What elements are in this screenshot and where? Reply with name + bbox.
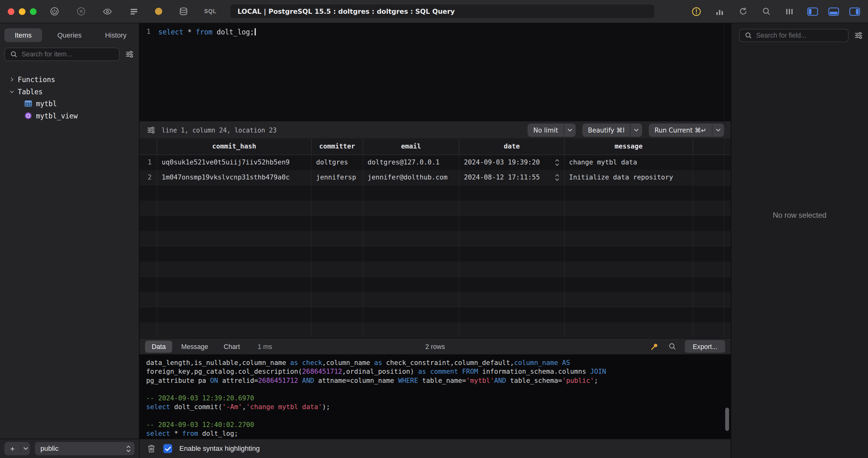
grid-cell[interactable] [157,247,312,262]
grid-cell[interactable] [157,201,312,216]
grid-cell[interactable] [140,323,157,338]
grid-cell[interactable] [157,216,312,231]
grid-cell[interactable]: uq0suk1e521ve0t5uiij7iiv52hb5en9 [157,155,312,171]
grid-cell[interactable] [693,247,731,262]
grid-cell[interactable] [157,307,312,323]
grid-cell[interactable] [140,185,157,201]
grid-cell[interactable] [140,216,157,231]
grid-cell[interactable]: 1 [140,155,157,171]
trash-icon[interactable] [146,444,156,454]
export-button[interactable]: Export... [685,340,725,353]
database-icon[interactable] [178,6,188,17]
grid-cell[interactable] [459,201,565,216]
grid-cell[interactable] [312,292,363,308]
column-header[interactable]: date [459,139,565,154]
grid-cell[interactable]: 2 [140,171,157,186]
grid-cell[interactable] [363,247,460,262]
chevron-right-icon[interactable] [8,75,16,83]
toggle-left-panel-icon[interactable] [807,6,818,17]
grid-cell[interactable] [693,201,731,216]
column-header[interactable]: commit_hash [157,139,312,154]
grid-cell[interactable] [140,201,157,216]
table-row[interactable]: 1uq0suk1e521ve0t5uiij7iiv52hb5en9doltgre… [140,155,731,171]
grid-cell[interactable] [312,185,363,201]
disconnect-icon[interactable] [75,6,86,17]
grid-cell[interactable] [693,262,731,277]
grid-cell[interactable] [363,262,460,277]
grid-cell[interactable] [693,323,731,338]
grid-cell[interactable] [157,277,312,292]
chevron-down-icon[interactable] [8,87,16,95]
grid-scrollbar[interactable] [724,139,724,338]
grid-cell[interactable] [565,185,693,201]
empty-row[interactable] [140,201,731,216]
grid-cell[interactable] [693,216,731,231]
grid-cell[interactable] [565,262,693,277]
tab-history[interactable]: History [97,28,135,42]
grid-cell[interactable]: doltgres@127.0.0.1 [363,155,460,171]
chevron-down-icon[interactable] [564,128,576,131]
grid-cell[interactable] [363,323,460,338]
grid-cell[interactable] [565,292,693,308]
grid-cell[interactable] [157,231,312,247]
grid-cell[interactable] [693,171,731,186]
grid-cell[interactable] [459,323,565,338]
search-results-icon[interactable] [667,341,677,352]
warning-icon[interactable] [691,6,702,17]
grid-cell[interactable] [312,323,363,338]
grid-cell[interactable] [459,262,565,277]
grid-cell[interactable] [565,231,693,247]
grid-cell[interactable] [312,247,363,262]
grid-cell[interactable] [693,292,731,308]
empty-row[interactable] [140,323,731,338]
item-filter-icon[interactable] [125,49,135,59]
grid-cell[interactable]: 2024-09-03 19:39:20 [459,155,565,171]
grid-cell[interactable] [459,307,565,323]
grid-cell[interactable]: doltgres [312,155,363,171]
tree-item-mytbl-view[interactable]: mytbl_view [0,110,139,122]
sql-editor[interactable]: 1 select * from dolt_log; [140,23,731,121]
empty-row[interactable] [140,216,731,231]
tab-message[interactable]: Message [175,340,215,353]
grid-cell[interactable]: 2024-08-12 17:11:55 [459,171,565,186]
grid-cell[interactable] [140,307,157,323]
close-window-button[interactable] [8,8,14,15]
grid-cell[interactable]: jennifersp [312,171,363,186]
grid-cell[interactable] [565,201,693,216]
tab-chart[interactable]: Chart [217,340,246,353]
grid-cell[interactable] [157,262,312,277]
empty-row[interactable] [140,262,731,277]
grid-cell[interactable] [459,185,565,201]
empty-row[interactable] [140,292,731,308]
grid-cell[interactable] [363,277,460,292]
pin-icon[interactable] [649,341,659,352]
chevron-down-icon[interactable] [631,128,642,131]
empty-row[interactable] [140,307,731,323]
empty-row[interactable] [140,277,731,292]
zoom-window-button[interactable] [30,8,36,15]
grid-cell[interactable] [459,277,565,292]
empty-row[interactable] [140,231,731,247]
limit-button[interactable]: No limit [528,123,576,136]
query-log-panel[interactable]: data_length,is_nullable,column_name as c… [140,354,731,438]
grid-cell[interactable] [693,307,731,323]
toggle-right-panel-icon[interactable] [849,6,860,17]
table-row[interactable]: 21m047onsmp19vkslvcnp31sthb479a0cjennife… [140,171,731,186]
grid-cell[interactable] [363,231,460,247]
chevron-down-icon[interactable] [712,128,724,131]
grid-cell[interactable] [565,277,693,292]
grid-cell[interactable] [693,231,731,247]
tree-group-tables[interactable]: Tables [0,85,139,97]
grid-cell[interactable] [459,231,565,247]
grid-cell[interactable] [565,307,693,323]
grid-cell[interactable] [459,216,565,231]
grid-cell[interactable] [363,216,460,231]
empty-row[interactable] [140,247,731,262]
grid-cell[interactable] [363,201,460,216]
item-search-input[interactable] [22,51,115,58]
grid-cell[interactable]: Initialize data repository [565,171,693,186]
tree-item-mytbl[interactable]: mytbl [0,97,139,110]
tab-items[interactable]: Items [4,28,42,42]
beautify-button[interactable]: Beautify ⌘I [582,123,642,136]
grid-cell[interactable] [312,277,363,292]
